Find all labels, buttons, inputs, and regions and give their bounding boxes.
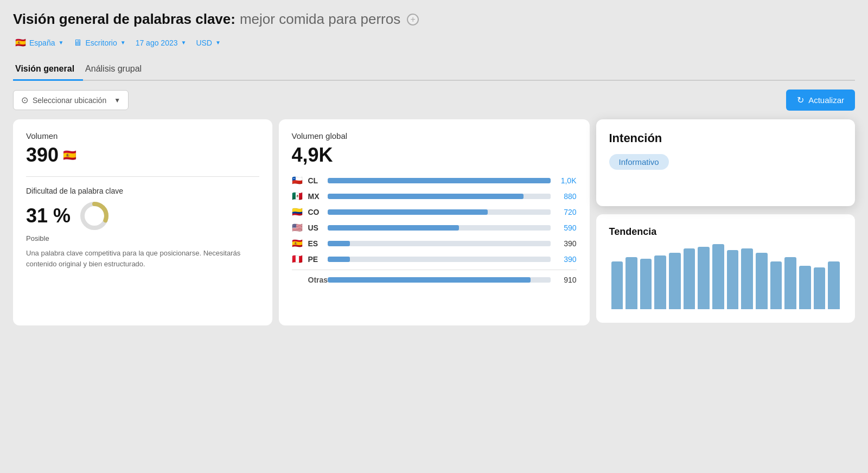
country-flag-icon: 🇨🇴 — [292, 207, 304, 217]
country-flag-icon: 🇪🇸 — [292, 238, 304, 248]
page-title-keyword: mejor comida para perros — [240, 11, 400, 28]
tabs-bar: Visión general Análisis grupal — [13, 60, 855, 81]
add-keyword-button[interactable]: + — [407, 14, 419, 25]
bar-bg — [328, 257, 551, 262]
trend-bar — [654, 255, 666, 309]
country-value: 390 — [555, 255, 577, 264]
page-wrapper: Visión general de palabras clave: mejor … — [0, 0, 868, 325]
filter-device[interactable]: 🖥 Escritorio ▼ — [71, 36, 131, 50]
country-row: 🇲🇽 MX 880 — [292, 191, 577, 201]
global-volume-label: Volumen global — [292, 131, 577, 140]
toolbar-row: ⊙ Seleccionar ubicación ▼ ↻ Actualizar — [13, 90, 855, 111]
country-value: 1,0K — [555, 176, 577, 185]
device-icon: 🖥 — [73, 38, 82, 48]
refresh-button[interactable]: ↻ Actualizar — [786, 90, 855, 111]
country-flag-icon: 🇪🇸 — [15, 37, 26, 48]
volume-value: 390 🇪🇸 — [26, 144, 259, 167]
filter-country-label: España — [29, 39, 55, 47]
page-header: Visión general de palabras clave: mejor … — [13, 11, 855, 28]
location-placeholder: Seleccionar ubicación — [33, 96, 106, 105]
trend-bar — [741, 248, 753, 309]
global-volume-value: 4,9K — [292, 144, 577, 167]
country-row: 🇨🇱 CL 1,0K — [292, 175, 577, 186]
country-flag-icon: 🇺🇸 — [292, 222, 304, 233]
trend-bar — [640, 259, 652, 309]
page-title-main: Visión general de palabras clave: — [13, 11, 235, 28]
trend-bar — [712, 244, 724, 309]
bar-bg — [328, 241, 551, 246]
kd-value: 31 % — [26, 204, 71, 227]
otras-row: Otras 910 — [292, 276, 577, 284]
filter-currency[interactable]: USD ▼ — [194, 36, 226, 49]
cards-grid: Volumen 390 🇪🇸 Dificultad de la palabra … — [13, 119, 855, 325]
chevron-down-icon: ▼ — [58, 40, 63, 46]
global-volume-card: Volumen global 4,9K 🇨🇱 CL 1,0K 🇲🇽 MX 880… — [279, 119, 590, 325]
chevron-down-icon: ▼ — [215, 40, 221, 46]
tendencia-label: Tendencia — [609, 226, 843, 238]
chevron-down-icon: ▼ — [181, 40, 187, 46]
country-row: 🇵🇪 PE 390 — [292, 254, 577, 264]
country-rows: 🇨🇱 CL 1,0K 🇲🇽 MX 880 🇨🇴 CO 720 🇺🇸 US — [292, 175, 577, 264]
trend-bar — [784, 257, 796, 309]
country-code: PE — [308, 255, 323, 264]
filter-date-label: 17 ago 2023 — [136, 39, 178, 47]
trend-bar — [814, 267, 826, 309]
trend-bar — [770, 261, 782, 309]
country-row: 🇨🇴 CO 720 — [292, 207, 577, 217]
otras-bar-bg — [328, 277, 551, 283]
filter-currency-label: USD — [196, 39, 212, 47]
volume-label: Volumen — [26, 131, 259, 140]
tab-overview[interactable]: Visión general — [13, 60, 83, 81]
intencion-tendencia-card: Intención Informativo Tendencia — [596, 119, 856, 325]
trend-bar — [756, 253, 768, 309]
card-divider — [26, 176, 259, 177]
otras-divider — [292, 270, 577, 270]
intencion-popup: Intención Informativo — [596, 119, 856, 206]
trend-bar — [669, 253, 681, 309]
country-row: 🇺🇸 US 590 — [292, 222, 577, 233]
trend-chart — [609, 244, 843, 309]
kd-donut-chart — [78, 200, 111, 232]
country-code: CL — [308, 176, 323, 185]
country-flag-icon: 🇲🇽 — [292, 191, 304, 201]
otras-bar-fill — [328, 277, 531, 283]
otras-label: Otras — [308, 276, 323, 284]
filter-country[interactable]: 🇪🇸 España ▼ — [13, 35, 69, 50]
country-value: 590 — [555, 223, 577, 232]
filter-date[interactable]: 17 ago 2023 ▼ — [133, 36, 192, 49]
kd-value-row: 31 % — [26, 200, 259, 232]
trend-bar — [799, 266, 811, 309]
bar-fill — [328, 241, 350, 246]
volume-card: Volumen 390 🇪🇸 Dificultad de la palabra … — [13, 119, 272, 325]
country-code: ES — [308, 239, 323, 248]
bar-bg — [328, 178, 551, 183]
chevron-down-icon: ▼ — [114, 97, 120, 104]
bar-fill — [328, 257, 350, 262]
intencion-title: Intención — [609, 131, 843, 145]
refresh-icon: ↻ — [797, 95, 804, 105]
bar-bg — [328, 194, 551, 199]
country-code: CO — [308, 208, 323, 216]
country-code: MX — [308, 192, 323, 201]
kd-sublabel: Posible — [26, 234, 259, 242]
filter-bar: 🇪🇸 España ▼ 🖥 Escritorio ▼ 17 ago 2023 ▼… — [13, 35, 855, 50]
tab-group[interactable]: Análisis grupal — [83, 60, 150, 81]
country-value: 720 — [555, 208, 577, 216]
kd-label: Dificultad de la palabra clave — [26, 187, 259, 195]
trend-bar — [828, 261, 840, 309]
bar-bg — [328, 209, 551, 215]
bar-bg — [328, 225, 551, 231]
location-select-button[interactable]: ⊙ Seleccionar ubicación ▼ — [13, 90, 129, 110]
tendencia-card: Tendencia — [596, 214, 856, 323]
volume-flag-icon: 🇪🇸 — [63, 149, 76, 162]
refresh-label: Actualizar — [808, 95, 844, 105]
trend-bar — [611, 261, 623, 309]
bar-fill — [328, 209, 488, 215]
bar-fill — [328, 225, 459, 231]
trend-bar — [727, 250, 739, 309]
chevron-down-icon: ▼ — [120, 40, 126, 46]
filter-device-label: Escritorio — [85, 39, 117, 47]
otras-value: 910 — [555, 276, 577, 284]
kd-desc: Una palabra clave competitiva para la qu… — [26, 248, 259, 269]
location-icon: ⊙ — [21, 95, 28, 105]
